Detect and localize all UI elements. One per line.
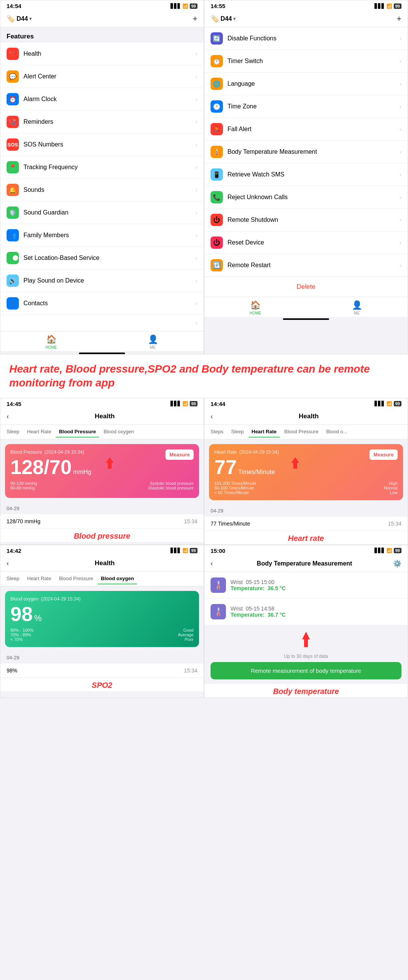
back-arrow-3[interactable]: ‹ xyxy=(7,413,9,421)
measure-button-hr[interactable]: Measure xyxy=(370,449,398,460)
remote-measure-button[interactable]: Remote measurement of body temperature xyxy=(211,662,401,679)
section-label-bodytemp: Body temperature xyxy=(204,684,408,697)
menu-item-reminders[interactable]: 🩺 Reminders › xyxy=(0,111,204,133)
tab-bloodpressure-3[interactable]: Blood Pressure xyxy=(56,426,99,438)
back-arrow-5[interactable]: ‹ xyxy=(7,559,9,567)
menu-label-timer: Timer Switch xyxy=(227,58,400,65)
nav-me-1[interactable]: 👤 ME xyxy=(102,334,204,349)
sounds-icon: 🔔 xyxy=(7,184,19,196)
tab-bo-4[interactable]: Blood o... xyxy=(323,426,350,438)
menu-item-alarm[interactable]: ⏰ Alarm Clock › xyxy=(0,88,204,111)
chevron-right-icon: › xyxy=(400,103,401,110)
temp-info-2: Wrist 05-15 14:58 Temperature: 36.7 °C xyxy=(231,606,401,618)
phone-header-2: 🏷️ D44 ▾ + xyxy=(204,11,408,27)
health-card-hr: Heart Rate (2024-04-29 15:34) 77 Times/M… xyxy=(209,444,403,500)
home-label-1: HOME xyxy=(45,345,57,349)
menu-item-tracking[interactable]: 📍 Tracking Frequency › xyxy=(0,156,204,179)
menu-item-restart[interactable]: 🔃 Remote Restart › xyxy=(204,254,408,276)
menu-item-bodytemp[interactable]: 🌡️ Body Temperature Measurement › xyxy=(204,141,408,163)
menu-label-alarm: Alarm Clock xyxy=(23,96,196,103)
menu-item-reset[interactable]: ⏻ Reset Device › xyxy=(204,231,408,254)
health-tabs-4: Steps Sleep Heart Rate Blood Pressure Bl… xyxy=(204,425,408,439)
time-2: 14:55 xyxy=(211,3,225,9)
tab-bloodoxygen-3[interactable]: Blood oxygen xyxy=(100,426,137,438)
chevron-right-icon: › xyxy=(196,73,197,80)
range-right3-spo2: Poor xyxy=(178,637,194,642)
menu-label-bodytemp: Body Temperature Measurement xyxy=(227,148,400,155)
card-value-bp: 128/70 xyxy=(10,457,72,477)
measure-button-bp[interactable]: Measure xyxy=(166,449,194,460)
alarm-icon: ⏰ xyxy=(7,93,19,105)
menu-label-tracking: Tracking Frequency xyxy=(23,164,196,171)
range-left2-hr: 60-100 Times/Minute xyxy=(214,486,256,490)
menu-item-timer[interactable]: ⏱️ Timer Switch › xyxy=(204,50,408,73)
device-name-2[interactable]: 🏷️ D44 ▾ xyxy=(211,15,236,23)
time-4: 14:44 xyxy=(211,401,225,407)
menu-item-location[interactable]: Set Location-Based Service › xyxy=(0,247,204,270)
me-icon-1: 👤 xyxy=(148,334,158,344)
banner-section: Heart rate, Blood pressure,SPO2 and Body… xyxy=(0,354,408,398)
tab-bp-4[interactable]: Blood Pressure xyxy=(281,426,322,438)
range-right2-bp: Diastolic blood pressure xyxy=(149,486,194,490)
nav-me-2[interactable]: 👤 ME xyxy=(306,300,408,315)
menu-item-shutdown[interactable]: ⏻ Remote Shutdown › xyxy=(204,209,408,231)
nav-home-2[interactable]: 🏠 HOME xyxy=(204,300,306,315)
device-name-1[interactable]: 🏷️ D44 ▾ xyxy=(7,15,32,23)
menu-item-sos[interactable]: SOS SOS Numbers › xyxy=(0,133,204,156)
bottom-nav-1: 🏠 HOME 👤 ME xyxy=(0,331,204,351)
toggle-on-icon xyxy=(7,255,19,261)
tab-sleep-3[interactable]: Sleep xyxy=(3,426,22,438)
add-button-1[interactable]: + xyxy=(192,14,197,24)
back-arrow-6[interactable]: ‹ xyxy=(211,559,213,567)
tab-heartrate-4[interactable]: Heart Rate xyxy=(249,426,280,438)
range-right1-bp: Systolic blood pressure xyxy=(149,481,194,486)
tab-steps-4[interactable]: Steps xyxy=(207,426,226,438)
delete-button[interactable]: Delete xyxy=(204,276,408,297)
menu-label-reject: Reject Unknown Calls xyxy=(227,194,400,201)
chevron-right-icon: › xyxy=(196,51,197,57)
card-value-hr: 77 xyxy=(214,457,237,477)
menu-item-playsound[interactable]: 🔊 Play Sound on Device › xyxy=(0,270,204,292)
tab-bo-5[interactable]: Blood oxygen xyxy=(98,573,137,584)
signal-icon-4: ▋▋▋ xyxy=(375,401,385,406)
chevron-right-icon: › xyxy=(400,149,401,155)
signal-icon-6: ▋▋▋ xyxy=(375,548,385,553)
menu-item-fall[interactable]: 🏃 Fall Alert › xyxy=(204,118,408,141)
menu-item-reject[interactable]: 📞 Reject Unknown Calls › xyxy=(204,186,408,209)
menu-item-sms[interactable]: 📱 Retrieve Watch SMS › xyxy=(204,163,408,186)
menu-item-health[interactable]: ❤️ Health › xyxy=(0,43,204,65)
menu-item-contacts[interactable]: 👤 Contacts › xyxy=(0,292,204,315)
me-icon-2: 👤 xyxy=(352,300,362,310)
card-ranges-hr: 101-200 Times/Minute 60-100 Times/Minute… xyxy=(214,481,398,495)
menu-item-sound-guardian[interactable]: 🛡️ Sound Guardian › xyxy=(0,201,204,224)
data-row-3: 128/70 mmHg 15:34 xyxy=(0,514,204,529)
data-value-5: 98% xyxy=(7,667,17,674)
tab-hr-5[interactable]: Heart Rate xyxy=(24,573,54,584)
nav-home-1[interactable]: 🏠 HOME xyxy=(0,334,102,349)
gear-icon-6[interactable]: ⚙️ xyxy=(393,559,401,568)
menu-item-language[interactable]: 🌐 Language › xyxy=(204,73,408,95)
tab-sleep-4[interactable]: Sleep xyxy=(228,426,247,438)
menu-item-timezone[interactable]: 🕐 Time Zone › xyxy=(204,95,408,118)
tab-heartrate-3[interactable]: Heart Rate xyxy=(24,426,54,438)
remote-measure-section: Up to 30 days of data Remote measurement… xyxy=(204,625,408,684)
restart-icon: 🔃 xyxy=(211,259,223,271)
menu-item-more[interactable]: › xyxy=(0,315,204,331)
range-right1-hr: High xyxy=(384,481,398,486)
menu-item-sounds[interactable]: 🔔 Sounds › xyxy=(0,179,204,201)
menu-item-disable[interactable]: 🔄 Disable Functions › xyxy=(204,27,408,50)
menu-item-alert[interactable]: 💬 Alert Center › xyxy=(0,65,204,88)
card-ranges-bp: 90-139 mmHg 60-89 mmHg Systolic blood pr… xyxy=(10,481,194,490)
add-button-2[interactable]: + xyxy=(396,14,401,24)
wifi-icon-3: 📶 xyxy=(182,401,188,406)
back-arrow-4[interactable]: ‹ xyxy=(211,413,213,421)
chevron-right-icon-more: › xyxy=(196,320,197,326)
menu-label-playsound: Play Sound on Device xyxy=(23,277,196,284)
location-icon xyxy=(7,252,19,264)
tab-bp-5[interactable]: Blood Pressure xyxy=(56,573,96,584)
tab-sleep-5[interactable]: Sleep xyxy=(3,573,22,584)
range-left2-bp: 60-89 mmHg xyxy=(10,486,37,490)
menu-item-family[interactable]: 👥 Family Members › xyxy=(0,224,204,247)
battery-1: 99 xyxy=(190,3,197,9)
wifi-icon-4: 📶 xyxy=(386,401,392,406)
